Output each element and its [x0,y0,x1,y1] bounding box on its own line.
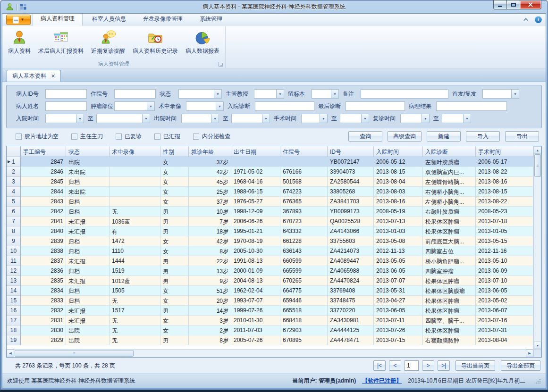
filter-combo[interactable]: ▼ [400,114,430,123]
table-row[interactable]: 22846未出院女42岁1971-05-02676166339040732013… [7,167,533,177]
close-button[interactable] [520,0,541,9]
filter-combo[interactable]: ▼ [231,114,270,123]
chevron-down-icon[interactable]: ▼ [211,114,219,123]
ribbon-tab-4[interactable]: 系统管理 [192,13,230,26]
first-page-button[interactable]: |< [373,360,386,371]
filter-combo[interactable]: ▼ [96,114,150,123]
blocks-icon[interactable] [20,3,27,10]
checkbox-icon[interactable] [116,133,122,140]
checkbox-icon[interactable] [193,133,199,140]
table-row[interactable]: 32845归档女45岁1968-04-16501568ZA25805442013… [7,177,533,187]
checkbox-item-4[interactable]: 已汇报 [154,133,180,141]
chevron-down-icon[interactable]: ▼ [262,114,270,123]
scroll-down-icon[interactable]: ▼ [534,342,541,349]
checkbox-item-2[interactable]: 主任主刀 [71,133,103,141]
scroll-right-icon[interactable]: ▶ [526,350,533,357]
chevron-down-icon[interactable]: ▼ [422,114,429,123]
table-row[interactable]: 142834归档1505女51岁1962-02-0466477533769408… [7,286,533,296]
vertical-scroll-thumb[interactable]: ≡ [534,154,541,177]
table-row[interactable]: 102838归档1110女8岁2005-10-30636143ZA4214073… [7,246,533,256]
info-icon[interactable]: i [535,16,542,23]
action-button-3[interactable]: 新建 [427,131,461,142]
chevron-down-icon[interactable]: ▼ [331,90,338,98]
filter-combo[interactable]: ▼ [301,114,328,123]
ribbon-button-4[interactable]: 病人资料历史记录 [129,28,182,56]
chevron-down-icon[interactable]: ▼ [76,114,84,123]
table-row[interactable]: 162832未汇报1517男14岁1999-07-266655183377022… [7,306,533,316]
ribbon-tab-1[interactable]: 病人资料管理 [33,13,83,26]
checkbox-item-3[interactable]: 已复诊 [116,133,142,141]
checkbox-icon[interactable] [71,133,77,140]
scroll-up-icon[interactable]: ▲ [534,146,541,154]
horizontal-scrollbar[interactable]: ◀ ≡ ▶ [7,349,533,357]
chevron-down-icon[interactable]: ▼ [147,102,154,110]
ribbon-tab-3[interactable]: 光盘录像带管理 [135,13,190,26]
table-row[interactable]: 42844未出院女25岁1988-06-15674223338052682013… [7,187,533,197]
export-all-pages-button[interactable]: 导出全部页 [501,360,540,371]
filter-combo[interactable]: ▼ [181,114,219,123]
page-number-input[interactable] [405,360,419,371]
table-row[interactable]: 182830出院无女2岁2011-07-03672903ZA4444125201… [7,325,533,335]
table-row[interactable]: 192829出院无男8岁2005-07-26670895ZA4478471201… [7,335,533,345]
table-row[interactable]: 172831未汇报无女3岁2010-01-30668418ZA343098120… [7,316,533,325]
checkbox-item-5[interactable]: 内分泌检查 [193,133,230,141]
action-button-5[interactable]: 导出 [505,131,539,142]
table-row[interactable]: 82840未汇报有男18岁1995-01-21643332ZA414306620… [7,226,533,236]
table-row[interactable]: 92839归档1472女42岁1970-08-19661228337556032… [7,236,533,246]
filter-combo[interactable]: ▼ [254,89,284,99]
close-tab-icon[interactable]: ✕ [51,74,55,79]
application-menu-button[interactable]: ▼ [6,15,31,25]
chevron-down-icon[interactable]: ▼ [463,114,471,123]
table-row[interactable]: 132835未汇报1012蓝男9岁2004-08-13670265ZA44708… [7,276,533,286]
document-tab-patient-basic-info[interactable]: 病人基本资料 ✕ [7,70,61,82]
dialog-launcher-icon[interactable] [219,62,223,67]
chevron-down-icon[interactable]: ▼ [511,90,519,98]
table-row[interactable]: 72841未汇报1036蓝男7岁2006-06-26670723QA002552… [7,217,533,226]
filter-combo[interactable]: ▼ [312,89,339,99]
chevron-down-icon[interactable]: ▼ [214,90,221,98]
vertical-scrollbar[interactable]: ▲ ≡ ▼ [533,146,541,349]
chevron-down-icon[interactable]: ▼ [142,114,150,123]
chevron-down-icon[interactable]: ▼ [320,114,327,123]
action-button-1[interactable]: 查询 [348,131,382,142]
resize-grip[interactable] [535,378,541,384]
filter-combo[interactable]: ▼ [442,114,471,123]
table-row[interactable]: 62842归档无男10岁1998-12-09367893YB0099173200… [7,207,533,217]
ribbon-button-5[interactable]: 病人数据报表 [182,28,223,56]
filter-input[interactable] [436,101,507,111]
ribbon-button-3[interactable]: 近期复诊提醒 [87,28,129,56]
previous-page-button[interactable]: < [389,360,401,371]
maximize-button[interactable] [507,0,520,9]
minimize-button[interactable] [493,0,507,9]
chevron-down-icon[interactable]: ▼ [361,114,369,123]
checkbox-item-1[interactable]: 胶片地址为空 [16,133,59,141]
filter-combo[interactable]: ▼ [340,114,369,123]
filter-combo[interactable]: ▼ [114,101,155,111]
table-row[interactable]: 152833归档无女20岁1993-07-0765944633748475201… [7,296,533,306]
filter-input[interactable] [45,101,87,111]
ribbon-button-1[interactable]: 病人资料 [4,28,34,56]
table-row[interactable]: 112837未汇报1444男22岁1991-08-13660599ZA40894… [7,256,533,266]
filter-input[interactable] [346,101,405,111]
filter-input[interactable] [255,101,314,111]
filter-combo[interactable]: ▼ [186,101,224,111]
next-page-button[interactable]: > [422,360,434,371]
filter-input[interactable] [45,89,87,99]
horizontal-scroll-thumb[interactable]: ≡ [15,350,134,357]
filter-combo[interactable]: ▼ [482,89,519,99]
table-row[interactable]: ▶12847出院女37岁YB00721472006-05-12左额叶胶质瘤200… [7,157,533,167]
filter-input[interactable] [114,89,156,99]
chevron-down-icon[interactable]: ▼ [276,90,284,98]
table-row[interactable]: 52843归档女37岁1976-05-27676365ZA38417032013… [7,197,533,207]
table-row[interactable]: 122836归档1519男13岁2000-01-09665599ZA406598… [7,266,533,276]
action-button-2[interactable]: 高级查询 [388,131,422,142]
ribbon-tab-2[interactable]: 科室人员信息 [84,13,134,26]
software-registered-link[interactable]: 【软件已注册】 [362,377,402,385]
filter-combo[interactable]: ▼ [178,89,222,99]
scroll-left-icon[interactable]: ◀ [7,350,14,357]
filter-combo[interactable]: ▼ [45,114,84,123]
checkbox-icon[interactable] [16,133,22,140]
action-button-4[interactable]: 导入 [466,131,500,142]
user-icon[interactable] [6,3,14,11]
last-page-button[interactable]: >| [438,360,450,371]
